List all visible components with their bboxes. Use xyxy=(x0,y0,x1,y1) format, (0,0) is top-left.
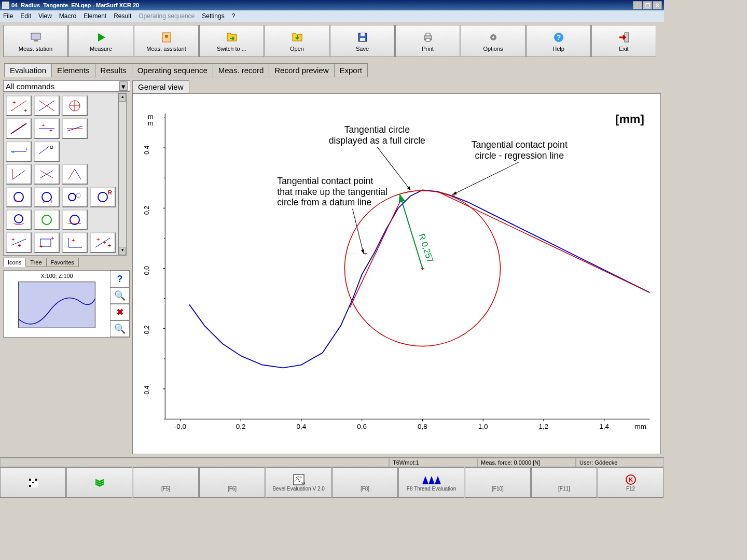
chevron-down-icon[interactable]: ▾ xyxy=(119,81,128,91)
svg-point-11 xyxy=(492,36,494,38)
svg-rect-128 xyxy=(35,479,37,481)
fkey-label: [F5] xyxy=(161,486,170,492)
scroll-down-icon[interactable]: ▾ xyxy=(119,247,126,255)
palette-icon-22[interactable] xyxy=(34,209,60,230)
palette-tab-favorites[interactable]: Favorites xyxy=(46,258,79,267)
scroll-track[interactable] xyxy=(119,102,126,247)
fkey-10[interactable]: [F10] xyxy=(465,467,531,498)
chart-area[interactable]: mm0,40,20,0-0,2-0,4-0,00,20,40,60,81,01,… xyxy=(132,93,661,454)
toolbar-measstation-button[interactable]: Meas. station xyxy=(3,25,68,57)
minimize-button[interactable]: _ xyxy=(633,1,642,9)
help-icon: ? xyxy=(551,30,566,45)
palette-icon-15[interactable] xyxy=(62,164,88,185)
svg-rect-127 xyxy=(29,479,31,481)
fkey-6[interactable]: [F6] xyxy=(199,467,265,498)
menu-view[interactable]: View xyxy=(38,12,52,20)
tab-evaluation[interactable]: Evaluation xyxy=(4,63,52,77)
toolbar-save-button[interactable]: Save xyxy=(330,25,395,57)
palette-icon-6[interactable]: ++ xyxy=(34,118,60,139)
toolbar-options-button[interactable]: Options xyxy=(461,25,525,57)
palette-icon-27[interactable]: + xyxy=(62,232,88,253)
toolbar-open-button[interactable]: Open xyxy=(265,25,329,57)
palette-icon-10[interactable]: α xyxy=(34,141,60,162)
palette-icon-28[interactable]: +++ xyxy=(90,232,116,253)
svg-text:α: α xyxy=(50,144,53,150)
palette-icon-21[interactable] xyxy=(6,209,32,230)
fkey-5[interactable]: [F5] xyxy=(133,467,199,498)
tab-recordpreview[interactable]: Record preview xyxy=(269,63,334,77)
svg-rect-0 xyxy=(31,33,40,39)
zoom-reset-button[interactable]: ✖ xyxy=(110,304,130,320)
monitor-icon xyxy=(29,30,43,45)
palette-icon-1[interactable]: ++ xyxy=(6,95,32,116)
tab-results[interactable]: Results xyxy=(95,63,132,77)
commands-dropdown[interactable]: All commands ▾ xyxy=(3,80,130,92)
thread-icon xyxy=(421,473,442,486)
fkey-4[interactable] xyxy=(66,467,132,498)
menu-operatingsequence[interactable]: Operating sequence xyxy=(139,12,195,20)
function-keys: [F5][F6]+0.1V2Bevel Evaluation V 2.0[F8]… xyxy=(0,467,664,498)
scroll-up-icon[interactable]: ▴ xyxy=(119,93,126,102)
toolbar-measassistant-button[interactable]: Meas. assistant xyxy=(134,25,199,57)
palette-icon-3[interactable] xyxy=(62,95,88,116)
palette-icon-18[interactable]: ++ xyxy=(34,187,60,207)
fkey-label: [F8] xyxy=(361,486,369,492)
menu-result[interactable]: Result xyxy=(114,12,131,20)
content-area: All commands ▾ ++++++α++R++++++++ ▴ ▾ Ic… xyxy=(0,77,664,457)
palette-icon-7[interactable] xyxy=(62,118,88,139)
svg-text:K: K xyxy=(629,477,633,483)
maximize-button[interactable]: ❐ xyxy=(643,1,652,9)
toolbar-exit-button[interactable]: Exit xyxy=(591,25,656,57)
palette-icon-9[interactable]: ++ xyxy=(6,141,32,162)
fkey-12[interactable]: KF12 xyxy=(598,467,663,498)
menu-[interactable]: ? xyxy=(232,12,236,20)
palette-icon-14[interactable] xyxy=(34,164,60,185)
menu-edit[interactable]: Edit xyxy=(20,12,31,20)
palette-tab-icons[interactable]: Icons xyxy=(3,258,26,267)
toolbar-label: Exit xyxy=(619,46,628,52)
icon-palette-scrollbar[interactable]: ▴ ▾ xyxy=(118,93,127,256)
menu-settings[interactable]: Settings xyxy=(202,12,224,20)
svg-rect-130 xyxy=(32,482,34,483)
toolbar-print-button[interactable]: Print xyxy=(395,25,460,57)
svg-text:0,6: 0,6 xyxy=(357,423,367,430)
svg-rect-129 xyxy=(29,485,31,487)
zoom-in-button[interactable]: 🔍 xyxy=(110,320,130,337)
palette-icon-20[interactable]: R xyxy=(90,187,116,207)
palette-icon-2[interactable] xyxy=(34,95,60,116)
toolbar-label: Meas. assistant xyxy=(146,46,186,52)
menu-file[interactable]: File xyxy=(3,12,13,20)
fkey-7[interactable]: +0.1V2Bevel Evaluation V 2.0 xyxy=(266,467,331,498)
fkey-9[interactable]: F8 Thread Evaluation xyxy=(398,467,464,498)
toolbar-help-button[interactable]: ?Help xyxy=(526,25,591,57)
layers-icon xyxy=(93,477,106,489)
preview-tools: ? 🔍 ✖ 🔍 xyxy=(110,271,130,337)
menu-element[interactable]: Element xyxy=(84,12,106,20)
palette-tab-tree[interactable]: Tree xyxy=(25,258,46,267)
svg-rect-9 xyxy=(426,38,430,41)
toolbar-measure-button[interactable]: Measure xyxy=(68,25,133,57)
fkey-3[interactable] xyxy=(0,467,66,498)
fkey-8[interactable]: [F8] xyxy=(332,467,398,498)
palette-icon-5[interactable] xyxy=(6,118,32,139)
toolbar-switchto-button[interactable]: Switch to ... xyxy=(199,25,264,57)
palette-icon-23[interactable] xyxy=(62,209,88,230)
palette-icon-17[interactable] xyxy=(6,187,32,207)
tab-export[interactable]: Export xyxy=(334,63,368,77)
svg-text:+0.1: +0.1 xyxy=(296,475,302,479)
close-button[interactable]: ✕ xyxy=(653,1,662,9)
fkey-11[interactable]: [F11] xyxy=(531,467,597,498)
menu-macro[interactable]: Macro xyxy=(59,12,76,20)
tab-measrecord[interactable]: Meas. record xyxy=(213,63,270,77)
palette-icon-19[interactable] xyxy=(62,187,88,207)
tab-operatingsequence[interactable]: Operating sequence xyxy=(132,63,213,77)
fkey-label: [F6] xyxy=(228,486,237,492)
palette-icon-26[interactable]: ++ xyxy=(34,232,60,253)
svg-text:0,8: 0,8 xyxy=(418,423,427,430)
palette-icon-25[interactable]: ++ xyxy=(6,232,32,253)
general-view-tab[interactable]: General view xyxy=(132,80,189,93)
preview-help-button[interactable]: ? xyxy=(110,271,130,287)
tab-elements[interactable]: Elements xyxy=(51,63,95,77)
zoom-area-button[interactable]: 🔍 xyxy=(110,287,130,304)
palette-icon-13[interactable] xyxy=(6,164,32,185)
